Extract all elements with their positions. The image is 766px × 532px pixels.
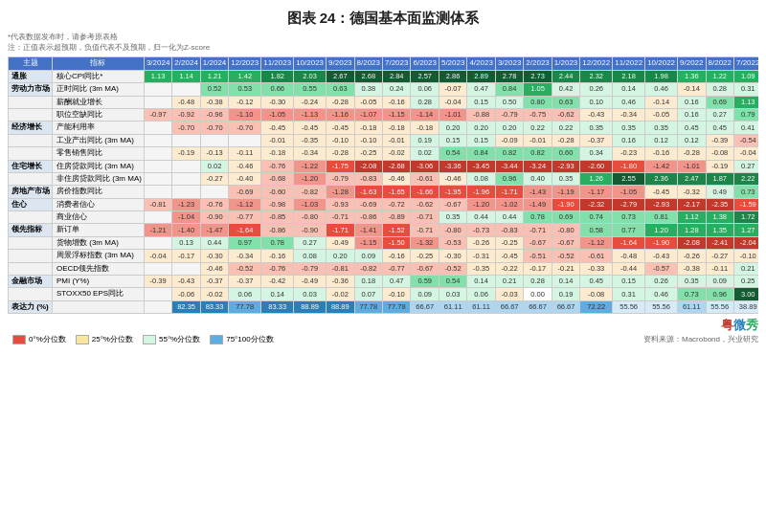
- legend: 0°%分位数 25°%分位数 55°%分位数 75°100分位数: [8, 334, 274, 344]
- cell-11-0: [144, 211, 171, 224]
- cell-18-12: 66.67: [495, 300, 523, 313]
- cell-2-20: 1.13: [733, 96, 758, 108]
- legend-label-3: 55°%分位数: [159, 334, 200, 344]
- col-header-9-2023: 9/2023: [327, 57, 354, 70]
- cell-12-3: -1.64: [229, 224, 261, 236]
- cell-4-12: 0.20: [495, 122, 523, 134]
- cell-14-7: 0.09: [354, 250, 382, 262]
- cell-13-0: [144, 236, 171, 249]
- cell-3-10: -1.01: [439, 108, 466, 121]
- cell-16-13: 0.28: [524, 276, 552, 288]
- cell-9-10: -1.95: [439, 186, 466, 198]
- cell-4-6: -0.45: [327, 122, 354, 134]
- cell-16-17: 0.26: [645, 276, 678, 288]
- cell-12-11: -0.73: [467, 224, 495, 236]
- cell-16-0: -0.39: [144, 276, 171, 288]
- cell-2-12: 0.50: [495, 96, 523, 108]
- cell-13-7: -1.15: [354, 236, 382, 249]
- cell-9-3: -0.69: [229, 186, 261, 198]
- col-header-5-2023: 5/2023: [439, 57, 466, 70]
- cell-14-6: 0.20: [327, 250, 354, 262]
- row-category-10: 住心: [9, 198, 53, 211]
- cell-6-1: -0.19: [172, 147, 200, 160]
- cell-2-7: -0.05: [354, 96, 382, 108]
- cell-5-20: -0.54: [733, 134, 758, 146]
- cell-9-0: [144, 186, 171, 198]
- cell-0-5: 2.03: [294, 70, 327, 82]
- subtitle: *代表数据发布时，请参考原表格 注：正值表示超预期，负值代表不及预期，归一化为Z…: [8, 32, 758, 53]
- cell-5-8: -0.01: [383, 134, 411, 146]
- row-label-18: [53, 300, 145, 313]
- source-text: 资料来源：Macrobond，兴业研究: [643, 334, 758, 344]
- cell-15-8: -0.77: [383, 262, 411, 275]
- cell-18-18: 61.11: [678, 300, 706, 313]
- cell-9-2: [200, 186, 228, 198]
- cell-0-13: 2.73: [524, 70, 552, 82]
- cell-17-7: 0.07: [354, 288, 382, 300]
- cell-18-4: 83.33: [261, 300, 294, 313]
- cell-17-14: 0.19: [552, 288, 579, 300]
- cell-3-2: -0.96: [200, 108, 228, 121]
- cell-0-14: 2.44: [552, 70, 579, 82]
- cell-18-17: 55.56: [645, 300, 678, 313]
- cell-0-0: 1.13: [144, 70, 171, 82]
- cell-8-14: 0.35: [552, 172, 579, 185]
- cell-16-12: 0.21: [495, 276, 523, 288]
- cell-4-2: -0.70: [200, 122, 228, 134]
- row-category-18: 表达力 (%): [9, 300, 53, 313]
- cell-16-9: 0.59: [411, 276, 439, 288]
- cell-11-18: 1.12: [678, 211, 706, 224]
- cell-16-11: 0.14: [467, 276, 495, 288]
- col-header-11-2023: 11/2023: [261, 57, 294, 70]
- cell-1-20: 0.31: [733, 83, 758, 96]
- cell-13-4: 0.78: [261, 236, 294, 249]
- cell-11-3: -0.77: [229, 211, 261, 224]
- cell-17-12: -0.03: [495, 288, 523, 300]
- cell-16-3: -0.37: [229, 276, 261, 288]
- cell-2-5: -0.24: [294, 96, 327, 108]
- col-header-1-2023: 1/2023: [552, 57, 579, 70]
- col-header-7-2022: 7/2022: [733, 57, 758, 70]
- cell-7-14: -2.93: [552, 160, 579, 172]
- cell-17-18: 0.73: [678, 288, 706, 300]
- cell-0-8: 2.84: [383, 70, 411, 82]
- row-label-8: 非住房贷款同比 (3m MA): [53, 172, 145, 185]
- cell-9-13: -1.43: [524, 186, 552, 198]
- cell-4-9: -0.18: [411, 122, 439, 134]
- cell-14-20: -0.10: [733, 250, 758, 262]
- cell-4-20: 0.41: [733, 122, 758, 134]
- cell-0-2: 1.21: [200, 70, 228, 82]
- cell-6-2: -0.13: [200, 147, 228, 160]
- cell-12-18: 1.28: [678, 224, 706, 236]
- cell-6-7: -0.25: [354, 147, 382, 160]
- cell-7-7: -2.08: [354, 160, 382, 172]
- cell-0-3: 1.42: [229, 70, 261, 82]
- cell-13-13: -0.67: [524, 236, 552, 249]
- col-header-10-2022: 10/2022: [645, 57, 678, 70]
- cell-4-7: -0.18: [354, 122, 382, 134]
- cell-8-8: -0.46: [383, 172, 411, 185]
- cell-14-3: -0.34: [229, 250, 261, 262]
- cell-1-15: 0.26: [580, 83, 613, 96]
- cell-12-13: -0.71: [524, 224, 552, 236]
- cell-8-13: 0.40: [524, 172, 552, 185]
- cell-4-18: 0.45: [678, 122, 706, 134]
- cell-6-17: -0.16: [645, 147, 678, 160]
- cell-17-11: 0.06: [467, 288, 495, 300]
- cell-5-0: [144, 134, 171, 146]
- cell-15-18: -0.38: [678, 262, 706, 275]
- cell-10-3: -1.12: [229, 198, 261, 211]
- cell-18-2: 83.33: [200, 300, 228, 313]
- cell-1-17: 0.46: [645, 83, 678, 96]
- cell-9-7: -1.63: [354, 186, 382, 198]
- cell-10-18: -2.17: [678, 198, 706, 211]
- cell-13-15: -1.12: [580, 236, 613, 249]
- cell-15-10: -0.52: [439, 262, 466, 275]
- cell-8-15: 1.26: [580, 172, 613, 185]
- cell-10-0: -0.81: [144, 198, 171, 211]
- cell-10-14: -1.90: [552, 198, 579, 211]
- row-category-8: [9, 172, 53, 185]
- row-category-9: 房地产市场: [9, 186, 53, 198]
- cell-7-16: -1.80: [613, 160, 645, 172]
- cell-13-20: -2.04: [733, 236, 758, 249]
